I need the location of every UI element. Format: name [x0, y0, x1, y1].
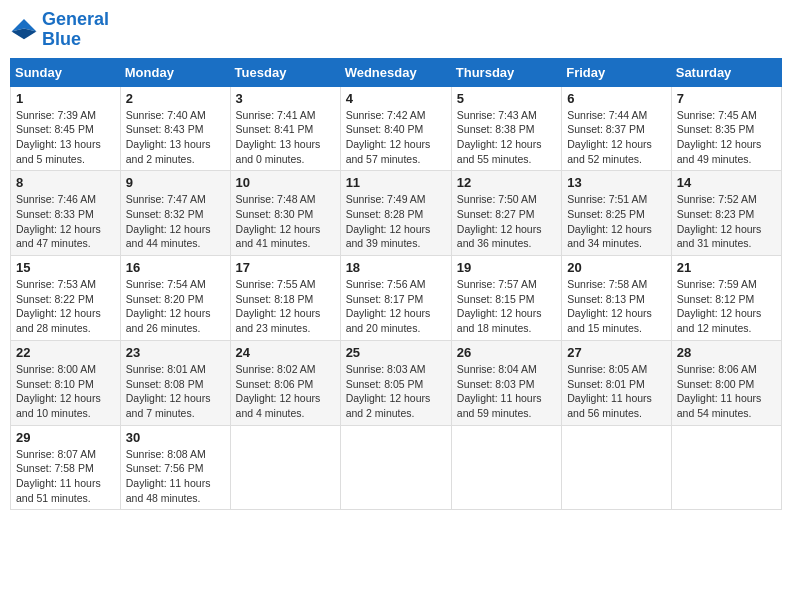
day-number: 17	[236, 260, 335, 275]
day-cell-13: 13Sunrise: 7:51 AM Sunset: 8:25 PM Dayli…	[562, 171, 672, 256]
header-wednesday: Wednesday	[340, 58, 451, 86]
day-cell-10: 10Sunrise: 7:48 AM Sunset: 8:30 PM Dayli…	[230, 171, 340, 256]
day-cell-26: 26Sunrise: 8:04 AM Sunset: 8:03 PM Dayli…	[451, 340, 561, 425]
day-info: Sunrise: 7:49 AM Sunset: 8:28 PM Dayligh…	[346, 192, 446, 251]
day-number: 3	[236, 91, 335, 106]
day-cell-8: 8Sunrise: 7:46 AM Sunset: 8:33 PM Daylig…	[11, 171, 121, 256]
day-number: 18	[346, 260, 446, 275]
day-cell-30: 30Sunrise: 8:08 AM Sunset: 7:56 PM Dayli…	[120, 425, 230, 510]
day-cell-7: 7Sunrise: 7:45 AM Sunset: 8:35 PM Daylig…	[671, 86, 781, 171]
day-number: 9	[126, 175, 225, 190]
day-info: Sunrise: 8:08 AM Sunset: 7:56 PM Dayligh…	[126, 447, 225, 506]
week-row-3: 15Sunrise: 7:53 AM Sunset: 8:22 PM Dayli…	[11, 256, 782, 341]
day-info: Sunrise: 7:44 AM Sunset: 8:37 PM Dayligh…	[567, 108, 666, 167]
header-thursday: Thursday	[451, 58, 561, 86]
day-info: Sunrise: 8:01 AM Sunset: 8:08 PM Dayligh…	[126, 362, 225, 421]
day-number: 29	[16, 430, 115, 445]
day-info: Sunrise: 7:51 AM Sunset: 8:25 PM Dayligh…	[567, 192, 666, 251]
header-monday: Monday	[120, 58, 230, 86]
day-info: Sunrise: 8:04 AM Sunset: 8:03 PM Dayligh…	[457, 362, 556, 421]
day-cell-23: 23Sunrise: 8:01 AM Sunset: 8:08 PM Dayli…	[120, 340, 230, 425]
day-number: 14	[677, 175, 776, 190]
day-info: Sunrise: 7:55 AM Sunset: 8:18 PM Dayligh…	[236, 277, 335, 336]
day-cell-16: 16Sunrise: 7:54 AM Sunset: 8:20 PM Dayli…	[120, 256, 230, 341]
day-cell-27: 27Sunrise: 8:05 AM Sunset: 8:01 PM Dayli…	[562, 340, 672, 425]
day-number: 12	[457, 175, 556, 190]
day-number: 5	[457, 91, 556, 106]
empty-cell	[671, 425, 781, 510]
day-info: Sunrise: 7:54 AM Sunset: 8:20 PM Dayligh…	[126, 277, 225, 336]
day-info: Sunrise: 7:41 AM Sunset: 8:41 PM Dayligh…	[236, 108, 335, 167]
day-info: Sunrise: 8:06 AM Sunset: 8:00 PM Dayligh…	[677, 362, 776, 421]
logo-icon	[10, 16, 38, 44]
day-number: 20	[567, 260, 666, 275]
day-info: Sunrise: 7:53 AM Sunset: 8:22 PM Dayligh…	[16, 277, 115, 336]
day-cell-12: 12Sunrise: 7:50 AM Sunset: 8:27 PM Dayli…	[451, 171, 561, 256]
day-cell-14: 14Sunrise: 7:52 AM Sunset: 8:23 PM Dayli…	[671, 171, 781, 256]
empty-cell	[562, 425, 672, 510]
day-cell-4: 4Sunrise: 7:42 AM Sunset: 8:40 PM Daylig…	[340, 86, 451, 171]
day-cell-3: 3Sunrise: 7:41 AM Sunset: 8:41 PM Daylig…	[230, 86, 340, 171]
page-header: General Blue	[10, 10, 782, 50]
day-info: Sunrise: 7:48 AM Sunset: 8:30 PM Dayligh…	[236, 192, 335, 251]
day-number: 13	[567, 175, 666, 190]
calendar-header-row: SundayMondayTuesdayWednesdayThursdayFrid…	[11, 58, 782, 86]
day-info: Sunrise: 7:57 AM Sunset: 8:15 PM Dayligh…	[457, 277, 556, 336]
empty-cell	[340, 425, 451, 510]
day-info: Sunrise: 7:46 AM Sunset: 8:33 PM Dayligh…	[16, 192, 115, 251]
header-tuesday: Tuesday	[230, 58, 340, 86]
day-number: 30	[126, 430, 225, 445]
week-row-2: 8Sunrise: 7:46 AM Sunset: 8:33 PM Daylig…	[11, 171, 782, 256]
day-number: 24	[236, 345, 335, 360]
day-cell-22: 22Sunrise: 8:00 AM Sunset: 8:10 PM Dayli…	[11, 340, 121, 425]
day-cell-28: 28Sunrise: 8:06 AM Sunset: 8:00 PM Dayli…	[671, 340, 781, 425]
day-number: 23	[126, 345, 225, 360]
day-number: 21	[677, 260, 776, 275]
calendar-table: SundayMondayTuesdayWednesdayThursdayFrid…	[10, 58, 782, 511]
day-info: Sunrise: 7:40 AM Sunset: 8:43 PM Dayligh…	[126, 108, 225, 167]
week-row-4: 22Sunrise: 8:00 AM Sunset: 8:10 PM Dayli…	[11, 340, 782, 425]
logo: General Blue	[10, 10, 109, 50]
day-cell-21: 21Sunrise: 7:59 AM Sunset: 8:12 PM Dayli…	[671, 256, 781, 341]
day-number: 2	[126, 91, 225, 106]
day-number: 10	[236, 175, 335, 190]
day-cell-9: 9Sunrise: 7:47 AM Sunset: 8:32 PM Daylig…	[120, 171, 230, 256]
day-number: 19	[457, 260, 556, 275]
day-info: Sunrise: 7:39 AM Sunset: 8:45 PM Dayligh…	[16, 108, 115, 167]
header-sunday: Sunday	[11, 58, 121, 86]
day-number: 25	[346, 345, 446, 360]
day-info: Sunrise: 7:56 AM Sunset: 8:17 PM Dayligh…	[346, 277, 446, 336]
day-number: 4	[346, 91, 446, 106]
day-cell-2: 2Sunrise: 7:40 AM Sunset: 8:43 PM Daylig…	[120, 86, 230, 171]
day-number: 16	[126, 260, 225, 275]
day-info: Sunrise: 7:58 AM Sunset: 8:13 PM Dayligh…	[567, 277, 666, 336]
logo-text: General Blue	[42, 10, 109, 50]
day-number: 22	[16, 345, 115, 360]
day-info: Sunrise: 8:07 AM Sunset: 7:58 PM Dayligh…	[16, 447, 115, 506]
week-row-1: 1Sunrise: 7:39 AM Sunset: 8:45 PM Daylig…	[11, 86, 782, 171]
day-info: Sunrise: 7:52 AM Sunset: 8:23 PM Dayligh…	[677, 192, 776, 251]
day-info: Sunrise: 8:00 AM Sunset: 8:10 PM Dayligh…	[16, 362, 115, 421]
day-info: Sunrise: 7:43 AM Sunset: 8:38 PM Dayligh…	[457, 108, 556, 167]
day-number: 26	[457, 345, 556, 360]
day-cell-18: 18Sunrise: 7:56 AM Sunset: 8:17 PM Dayli…	[340, 256, 451, 341]
day-cell-6: 6Sunrise: 7:44 AM Sunset: 8:37 PM Daylig…	[562, 86, 672, 171]
empty-cell	[230, 425, 340, 510]
header-friday: Friday	[562, 58, 672, 86]
header-saturday: Saturday	[671, 58, 781, 86]
day-cell-1: 1Sunrise: 7:39 AM Sunset: 8:45 PM Daylig…	[11, 86, 121, 171]
day-number: 6	[567, 91, 666, 106]
day-info: Sunrise: 8:02 AM Sunset: 8:06 PM Dayligh…	[236, 362, 335, 421]
day-cell-25: 25Sunrise: 8:03 AM Sunset: 8:05 PM Dayli…	[340, 340, 451, 425]
day-cell-5: 5Sunrise: 7:43 AM Sunset: 8:38 PM Daylig…	[451, 86, 561, 171]
day-cell-17: 17Sunrise: 7:55 AM Sunset: 8:18 PM Dayli…	[230, 256, 340, 341]
day-number: 15	[16, 260, 115, 275]
day-cell-24: 24Sunrise: 8:02 AM Sunset: 8:06 PM Dayli…	[230, 340, 340, 425]
day-info: Sunrise: 7:47 AM Sunset: 8:32 PM Dayligh…	[126, 192, 225, 251]
day-info: Sunrise: 7:42 AM Sunset: 8:40 PM Dayligh…	[346, 108, 446, 167]
day-cell-19: 19Sunrise: 7:57 AM Sunset: 8:15 PM Dayli…	[451, 256, 561, 341]
day-info: Sunrise: 7:50 AM Sunset: 8:27 PM Dayligh…	[457, 192, 556, 251]
day-number: 27	[567, 345, 666, 360]
day-number: 1	[16, 91, 115, 106]
day-cell-20: 20Sunrise: 7:58 AM Sunset: 8:13 PM Dayli…	[562, 256, 672, 341]
